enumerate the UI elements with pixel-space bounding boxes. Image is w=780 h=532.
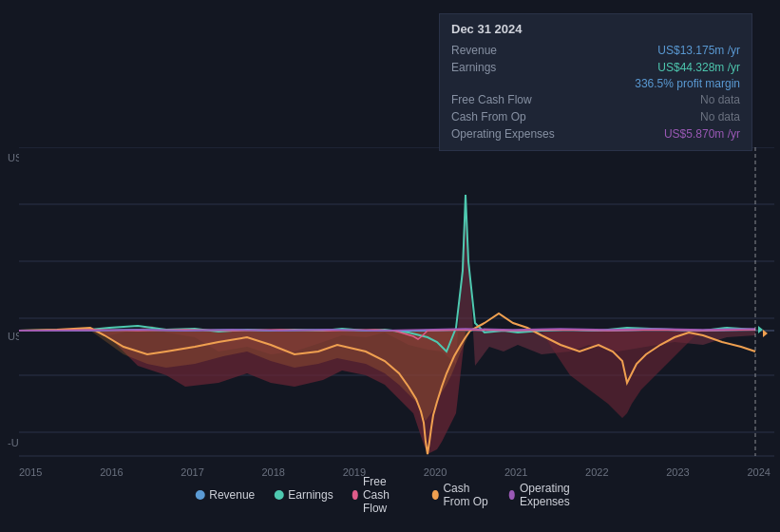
x-label-2023: 2023 [666,466,689,478]
tooltip-cashfromop-row: Cash From Op No data [451,108,740,125]
legend-revenue: Revenue [195,488,255,502]
x-label-2024: 2024 [747,466,770,478]
tooltip-profit-margin: 336.5% profit margin [635,77,740,90]
tooltip-cashfromop-label: Cash From Op [451,110,565,124]
x-label-2015: 2015 [19,466,42,478]
legend-earnings: Earnings [274,488,333,502]
x-label-2016: 2016 [100,466,123,478]
chart-legend: Revenue Earnings Free Cash Flow Cash Fro… [195,475,585,515]
tooltip-opex-row: Operating Expenses US$5.870m /yr [451,125,740,142]
tooltip-revenue-row: Revenue US$13.175m /yr [451,42,740,59]
legend-fcf-label: Free Cash Flow [363,475,413,515]
legend-revenue-label: Revenue [209,488,255,502]
x-label-2022: 2022 [585,466,608,478]
tooltip-profit-margin-row: 336.5% profit margin [451,76,740,91]
legend-opex-label: Operating Expenses [520,482,585,508]
legend-opex: Operating Expenses [509,482,585,508]
tooltip-fcf-label: Free Cash Flow [451,93,565,106]
chart-svg [0,147,780,461]
data-tooltip: Dec 31 2024 Revenue US$13.175m /yr Earni… [439,13,752,151]
tooltip-revenue-label: Revenue [451,44,565,57]
tooltip-date: Dec 31 2024 [451,22,740,36]
tooltip-revenue-value: US$13.175m /yr [657,44,740,57]
tooltip-fcf-row: Free Cash Flow No data [451,91,740,108]
tooltip-opex-label: Operating Expenses [451,127,565,141]
tooltip-cashfromop-value: No data [700,110,740,124]
legend-earnings-dot [274,490,283,500]
legend-cashfromop-dot [432,490,438,500]
svg-rect-0 [19,147,774,461]
tooltip-earnings-row: Earnings US$44.328m /yr [451,59,740,76]
tooltip-earnings-label: Earnings [451,61,565,74]
legend-revenue-dot [195,490,204,500]
legend-fcf: Free Cash Flow [352,475,413,515]
legend-fcf-dot [352,490,358,500]
legend-cashfromop-label: Cash From Op [443,482,489,508]
tooltip-fcf-value: No data [700,93,740,106]
legend-cashfromop: Cash From Op [432,482,490,508]
legend-opex-dot [509,490,515,500]
tooltip-opex-value: US$5.870m /yr [664,127,740,141]
tooltip-earnings-value: US$44.328m /yr [657,61,740,74]
legend-earnings-label: Earnings [288,488,333,502]
